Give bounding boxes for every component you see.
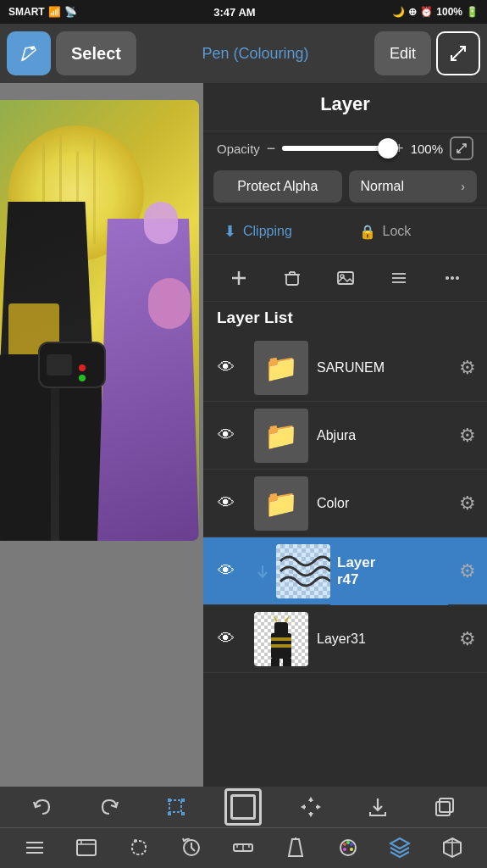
status-right: 🌙 ⊕ ⏰ 100% 🔋 bbox=[392, 6, 479, 18]
undo-button[interactable] bbox=[24, 788, 61, 826]
bottom-row2 bbox=[0, 828, 487, 869]
svg-rect-25 bbox=[271, 644, 291, 648]
layer-settings-abjura[interactable]: ⚙ bbox=[448, 425, 487, 447]
layer-thumbnail-layer47 bbox=[276, 544, 330, 598]
panel-header: Layer bbox=[203, 83, 487, 131]
status-bar: SMART 📶 📡 3:47 AM 🌙 ⊕ ⏰ 100% 🔋 bbox=[0, 0, 487, 24]
svg-point-45 bbox=[134, 839, 137, 843]
layer-more-button[interactable] bbox=[427, 262, 477, 294]
layer-settings-layer47[interactable]: ⚙ bbox=[448, 560, 487, 582]
time-label: 3:47 AM bbox=[213, 6, 255, 19]
svg-rect-12 bbox=[338, 272, 353, 284]
layer-name-layer31: Layer31 bbox=[313, 632, 448, 647]
pen-label: Pen (Colouring) bbox=[141, 45, 369, 63]
layer-visibility-color[interactable]: 👁 bbox=[203, 493, 249, 513]
layer-thumbnail-abjura: 📁 bbox=[254, 409, 308, 463]
moon-icon: 🌙 bbox=[392, 6, 405, 18]
main-toolbar: Select Pen (Colouring) Edit bbox=[0, 24, 487, 83]
opacity-expand-button[interactable] bbox=[450, 136, 473, 160]
clipping-indicator bbox=[249, 564, 276, 579]
export-button[interactable] bbox=[359, 788, 396, 826]
blend-row: Protect Alpha Normal › bbox=[203, 165, 487, 209]
canvas-button[interactable] bbox=[224, 788, 262, 826]
layer-row-active[interactable]: 👁 Layerr47 ⚙ bbox=[203, 537, 487, 605]
measure-button[interactable] bbox=[224, 829, 262, 866]
lasso-button[interactable] bbox=[120, 829, 158, 866]
copy-button[interactable] bbox=[426, 788, 463, 826]
svg-rect-29 bbox=[168, 798, 171, 802]
svg-marker-33 bbox=[308, 797, 313, 801]
svg-marker-35 bbox=[301, 804, 305, 810]
edit-label: Edit bbox=[390, 45, 416, 63]
layer-image-button[interactable] bbox=[320, 262, 370, 294]
svg-point-53 bbox=[343, 843, 346, 846]
layer-row[interactable]: 👁 📁 Abjura ⚙ bbox=[203, 402, 487, 470]
layer-settings-sarunem[interactable]: ⚙ bbox=[448, 357, 487, 379]
layer-settings-layer31[interactable]: ⚙ bbox=[448, 628, 487, 650]
battery-label: 100% bbox=[436, 6, 462, 18]
svg-marker-22 bbox=[273, 615, 278, 622]
layer-visibility-layer31[interactable]: 👁 bbox=[203, 629, 249, 648]
blend-mode-button[interactable]: Normal › bbox=[349, 170, 478, 203]
layer-name-color: Color bbox=[313, 496, 448, 511]
protect-alpha-button[interactable]: Protect Alpha bbox=[213, 170, 342, 203]
palette-button[interactable] bbox=[329, 829, 367, 866]
svg-rect-26 bbox=[271, 659, 279, 666]
opacity-minus-button[interactable]: − bbox=[267, 140, 276, 158]
svg-rect-27 bbox=[283, 659, 291, 666]
layer-visibility-layer47[interactable]: 👁 bbox=[203, 561, 249, 581]
add-layer-button[interactable] bbox=[213, 262, 263, 294]
signal-icon: 📶 bbox=[48, 6, 61, 18]
layer-row[interactable]: 👁 📁 SARUNEM ⚙ bbox=[203, 334, 487, 402]
wifi-icon: 📡 bbox=[64, 6, 77, 18]
transform-button[interactable] bbox=[158, 788, 195, 826]
status-left: SMART 📶 📡 bbox=[8, 6, 77, 18]
select-button[interactable]: Select bbox=[56, 31, 136, 75]
menu-button[interactable] bbox=[16, 829, 53, 866]
folder-icon: 📁 bbox=[264, 352, 298, 384]
clipping-button[interactable]: ⬇ Clipping bbox=[213, 215, 342, 248]
svg-point-17 bbox=[445, 276, 449, 280]
redo-button[interactable] bbox=[91, 788, 128, 826]
opacity-row: Opacity − + 100% bbox=[203, 131, 487, 165]
lock-button[interactable]: 🔒 Lock bbox=[349, 217, 478, 247]
lock-icon: 🔒 bbox=[359, 224, 376, 240]
svg-point-55 bbox=[350, 843, 353, 846]
select-label: Select bbox=[71, 44, 121, 64]
layer-panel: Layer Opacity − + 100% Protect Alpha Nor… bbox=[203, 83, 487, 787]
panel-title: Layer bbox=[217, 93, 473, 115]
layer-name-abjura: Abjura bbox=[313, 428, 448, 443]
layer-settings-color[interactable]: ⚙ bbox=[448, 492, 487, 515]
eye-icon: 👁 bbox=[218, 493, 235, 513]
svg-rect-7 bbox=[286, 275, 298, 285]
cube-button[interactable] bbox=[434, 829, 471, 866]
layer-row[interactable]: 👁 📁 Color ⚙ bbox=[203, 470, 487, 537]
svg-rect-32 bbox=[181, 812, 185, 815]
opacity-label: Opacity bbox=[217, 142, 260, 156]
bottom-toolbar bbox=[0, 787, 487, 868]
history-button[interactable] bbox=[173, 829, 210, 866]
edit-button[interactable]: Edit bbox=[374, 31, 431, 75]
artwork bbox=[0, 100, 199, 541]
eye-icon: 👁 bbox=[218, 629, 235, 648]
pen-tool-button[interactable] bbox=[7, 31, 51, 75]
spotlight-button[interactable] bbox=[277, 829, 314, 866]
clipping-icon: ⬇ bbox=[224, 222, 236, 241]
svg-rect-38 bbox=[440, 798, 453, 812]
move-button[interactable] bbox=[292, 788, 329, 826]
bottom-row1 bbox=[0, 787, 487, 828]
lock-label: Lock bbox=[383, 224, 412, 239]
layer-visibility-abjura[interactable]: 👁 bbox=[203, 426, 249, 445]
actions-row bbox=[203, 255, 487, 302]
layer-visibility-sarunem[interactable]: 👁 bbox=[203, 358, 249, 377]
svg-point-54 bbox=[346, 841, 350, 844]
layers-button[interactable] bbox=[381, 829, 418, 866]
expand-button[interactable] bbox=[436, 31, 480, 75]
chevron-right-icon: › bbox=[461, 180, 465, 193]
gallery-button[interactable] bbox=[68, 829, 105, 866]
delete-layer-button[interactable] bbox=[267, 262, 317, 294]
canvas-area: Layer Opacity − + 100% Protect Alpha Nor… bbox=[0, 83, 487, 787]
opacity-slider[interactable] bbox=[282, 146, 388, 151]
layer-list-button[interactable] bbox=[374, 262, 423, 294]
layer-row[interactable]: 👁 bbox=[203, 605, 487, 673]
